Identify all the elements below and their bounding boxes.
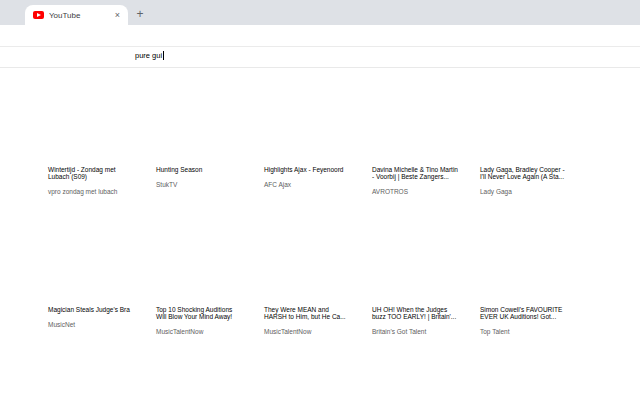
video-item[interactable]: Davina Michelle & Tino Martin - Voorbij … — [372, 166, 472, 195]
video-title[interactable]: They Were MEAN and HARSH to Him, but He … — [264, 306, 364, 320]
tab-close-icon[interactable]: × — [113, 10, 122, 21]
video-channel[interactable]: AFC Ajax — [264, 181, 364, 188]
search-text: pure gui — [135, 51, 162, 60]
new-tab-button[interactable]: + — [131, 6, 149, 24]
video-item[interactable]: They Were MEAN and HARSH to Him, but He … — [264, 306, 364, 335]
video-item[interactable]: Lady Gaga, Bradley Cooper - I'll Never L… — [480, 166, 580, 195]
video-item[interactable]: Wintertijd - Zondag met Lubach (S09) vpr… — [48, 166, 148, 195]
video-item[interactable]: UH OH! When the Judges buzz TOO EARLY! |… — [372, 306, 472, 335]
video-title[interactable]: Wintertijd - Zondag met Lubach (S09) — [48, 166, 148, 180]
browser-toolbar: https://www.youtube.com ☆ ⋮ — [0, 25, 640, 47]
search-divider — [0, 67, 640, 68]
tab-youtube[interactable]: YouTube × — [25, 5, 128, 25]
video-title[interactable]: Magician Steals Judge's Bra — [48, 306, 148, 313]
text-cursor — [163, 51, 164, 60]
video-title[interactable]: UH OH! When the Judges buzz TOO EARLY! |… — [372, 306, 472, 320]
video-item[interactable]: Highlights Ajax - Feyenoord AFC Ajax — [264, 166, 364, 188]
video-title[interactable]: Top 10 Shocking Auditions Will Blow Your… — [156, 306, 256, 320]
video-item[interactable]: Hunting Season StukTV — [156, 166, 256, 188]
video-item[interactable]: Simon Cowell's FAVOURITE EVER UK Auditio… — [480, 306, 580, 335]
video-channel[interactable]: vpro zondag met lubach — [48, 188, 148, 195]
video-item[interactable]: Top 10 Shocking Auditions Will Blow Your… — [156, 306, 256, 335]
video-channel[interactable]: MusicTalentNow — [264, 328, 364, 335]
video-title[interactable]: Lady Gaga, Bradley Cooper - I'll Never L… — [480, 166, 580, 180]
youtube-favicon-icon — [33, 11, 44, 19]
video-title[interactable]: Simon Cowell's FAVOURITE EVER UK Auditio… — [480, 306, 580, 320]
video-item[interactable]: Magician Steals Judge's Bra MusicNet — [48, 306, 148, 328]
video-title[interactable]: Davina Michelle & Tino Martin - Voorbij … — [372, 166, 472, 180]
video-channel[interactable]: AVROTROS — [372, 188, 472, 195]
video-channel[interactable]: Britain's Got Talent — [372, 328, 472, 335]
tab-strip: YouTube × + — [0, 0, 640, 25]
search-input[interactable]: pure gui — [135, 51, 164, 60]
video-channel[interactable]: Lady Gaga — [480, 188, 580, 195]
video-channel[interactable]: StukTV — [156, 181, 256, 188]
youtube-page: pure gui Wintertijd - Zondag met Lubach … — [0, 47, 640, 400]
video-channel[interactable]: MusicTalentNow — [156, 328, 256, 335]
video-channel[interactable]: MusicNet — [48, 321, 148, 328]
browser-window: YouTube × + https://www.youtube.com ☆ ⋮ — [0, 0, 640, 400]
video-title[interactable]: Highlights Ajax - Feyenoord — [264, 166, 364, 173]
video-channel[interactable]: Top Talent — [480, 328, 580, 335]
video-title[interactable]: Hunting Season — [156, 166, 256, 173]
tab-title: YouTube — [49, 11, 113, 20]
